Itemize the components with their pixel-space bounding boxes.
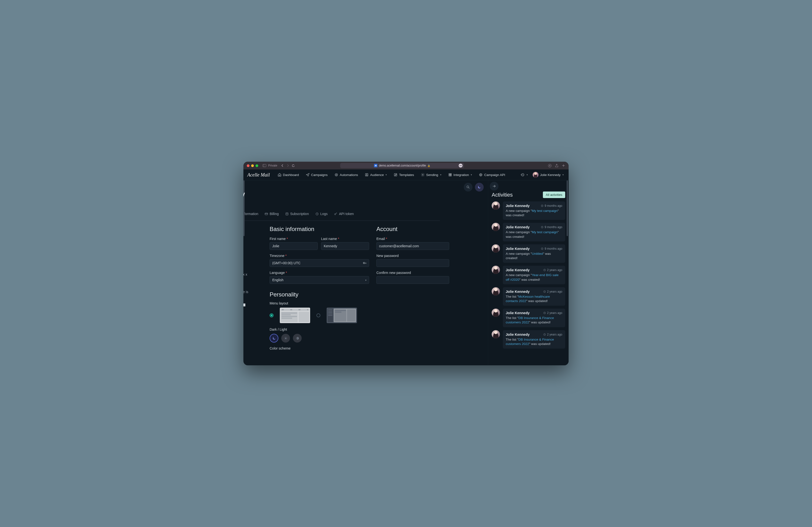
nav-integration[interactable]: Integration ▾: [445, 171, 475, 178]
activity-link[interactable]: Untitled: [532, 252, 543, 256]
new-tab-icon[interactable]: [562, 164, 565, 167]
main-content: edy information Billing Subscription Log…: [243, 180, 488, 365]
language-label: Language *: [270, 271, 369, 275]
downloads-icon[interactable]: [548, 164, 552, 167]
last-name-label: Last name *: [321, 237, 369, 241]
svg-rect-10: [450, 174, 451, 175]
chevron-down-icon: �▾: [363, 262, 366, 265]
nav-sending[interactable]: Sending ▾: [418, 171, 444, 178]
activity-avatar: [492, 201, 500, 210]
collapse-sidebar-button[interactable]: [490, 182, 498, 191]
all-activities-button[interactable]: All activities: [543, 192, 565, 198]
personality-heading: Personality: [270, 291, 488, 298]
activities-list: Jolie Kennedy 9 months ago A new campaig…: [492, 201, 565, 349]
arrow-right-icon: [492, 184, 496, 189]
svg-rect-9: [449, 174, 450, 175]
home-icon: [278, 173, 281, 177]
svg-point-24: [285, 337, 286, 339]
user-menu[interactable]: Jolie Kennedy ▾: [532, 170, 565, 179]
layout-left-radio[interactable]: [317, 313, 320, 317]
activity-link[interactable]: My test campaign: [532, 230, 558, 234]
sidebar-toggle-icon[interactable]: [263, 164, 266, 167]
new-password-input[interactable]: [376, 259, 449, 267]
clock-icon: [541, 204, 543, 207]
theme-auto-button[interactable]: [293, 334, 302, 343]
clock-icon: [543, 290, 546, 293]
clock-icon: [541, 226, 543, 229]
color-scheme-label: Color scheme: [270, 346, 488, 350]
close-window-button[interactable]: [247, 164, 249, 167]
activity-link[interactable]: DB Insurance & Finance customers 2022: [506, 338, 554, 346]
scrollbar-thumb[interactable]: [243, 180, 245, 236]
share-icon[interactable]: [555, 164, 559, 167]
svg-rect-19: [286, 213, 288, 215]
activity-item: Jolie Kennedy 2 years ago A new campaign…: [492, 266, 565, 284]
reload-icon[interactable]: [292, 164, 295, 167]
activity-link[interactable]: McKesson healthcare contacts 2022: [506, 295, 550, 303]
activity-user: Jolie Kennedy: [506, 333, 530, 336]
confirm-password-input[interactable]: [376, 276, 449, 284]
gear-icon: [421, 173, 425, 177]
chevron-down-icon: ▾: [471, 174, 472, 176]
layout-top-radio[interactable]: [270, 313, 274, 317]
first-name-input[interactable]: [270, 242, 318, 250]
reader-icon[interactable]: •••: [459, 164, 463, 167]
half-icon: [295, 336, 300, 340]
first-name-label: First name *: [270, 237, 318, 241]
layout-left-thumb[interactable]: [327, 307, 357, 323]
nav-campaign-api[interactable]: Campaign API: [476, 171, 508, 178]
page-scrollbar[interactable]: [567, 180, 568, 236]
theme-dark-button[interactable]: [270, 334, 278, 343]
svg-point-3: [335, 174, 338, 176]
history-icon: [315, 212, 319, 216]
nav-audience[interactable]: Audience ▾: [362, 171, 390, 178]
search-button[interactable]: [464, 183, 473, 192]
tab-billing[interactable]: Billing: [264, 211, 279, 218]
nav-dashboard[interactable]: Dashboard: [275, 171, 302, 178]
svg-point-4: [336, 174, 337, 175]
activity-avatar: [492, 266, 500, 274]
dark-mode-toggle[interactable]: [475, 183, 484, 192]
tab-api-token[interactable]: API token: [333, 211, 354, 218]
personality-section: Personality Menu layout Dark / Light: [243, 288, 488, 350]
forward-icon: [286, 164, 289, 167]
tab-information[interactable]: information: [243, 211, 259, 218]
email-input[interactable]: [376, 242, 449, 250]
back-icon[interactable]: [281, 164, 284, 167]
activity-link[interactable]: Year-end BIG sale off #2020: [506, 273, 559, 281]
activity-card: Jolie Kennedy 9 months ago A new campaig…: [503, 244, 565, 263]
tab-logs[interactable]: Logs: [315, 211, 328, 218]
svg-rect-17: [265, 213, 268, 215]
nav-campaigns[interactable]: Campaigns: [303, 171, 331, 178]
maximize-window-button[interactable]: [256, 164, 258, 167]
activity-time: 9 months ago: [541, 247, 562, 251]
nav-history[interactable]: ▾: [520, 171, 529, 178]
minimize-window-button[interactable]: [251, 164, 254, 167]
send-icon: [306, 173, 310, 177]
last-name-input[interactable]: [321, 242, 369, 250]
activity-text: A new campaign "Year-end BIG sale off #2…: [506, 273, 562, 282]
svg-point-23: [335, 214, 336, 215]
activity-time: 9 months ago: [541, 225, 562, 229]
email-label: Email *: [376, 237, 449, 241]
activity-item: Jolie Kennedy 9 months ago A new campaig…: [492, 223, 565, 241]
address-bar[interactable]: M demo.acellemail.com/account/profile 🔒 …: [340, 163, 464, 168]
activity-item: Jolie Kennedy 9 months ago A new campaig…: [492, 201, 565, 220]
logo[interactable]: Acelle Mail: [247, 172, 270, 178]
language-select[interactable]: English ▾: [270, 276, 369, 284]
moon-icon: [272, 336, 276, 340]
chevron-down-icon: ▾: [386, 174, 387, 176]
activity-link[interactable]: DB Insurance & Finance customers 2022: [506, 316, 554, 324]
timezone-select[interactable]: (GMT+00:00) UTC �▾: [270, 259, 369, 267]
card-icon: [264, 212, 268, 216]
nav-automations[interactable]: Automations: [332, 171, 361, 178]
svg-line-30: [287, 339, 287, 340]
tab-subscription[interactable]: Subscription: [285, 211, 309, 218]
nav-templates[interactable]: Templates: [391, 171, 417, 178]
layout-top-thumb[interactable]: [280, 307, 310, 323]
activity-link[interactable]: My test campaign: [532, 209, 558, 213]
users-icon: [365, 173, 368, 177]
theme-light-button[interactable]: [281, 334, 290, 343]
activity-user: Jolie Kennedy: [506, 311, 530, 315]
menu-layout-label: Menu layout: [270, 301, 488, 305]
